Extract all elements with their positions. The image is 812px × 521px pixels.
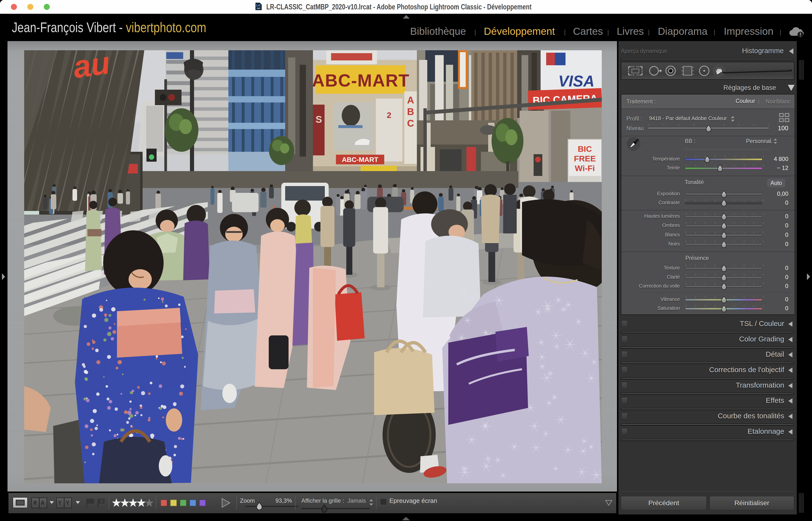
svg-text:CAT: CAT [257, 7, 261, 9]
svg-text:LrC: LrC [256, 4, 261, 7]
